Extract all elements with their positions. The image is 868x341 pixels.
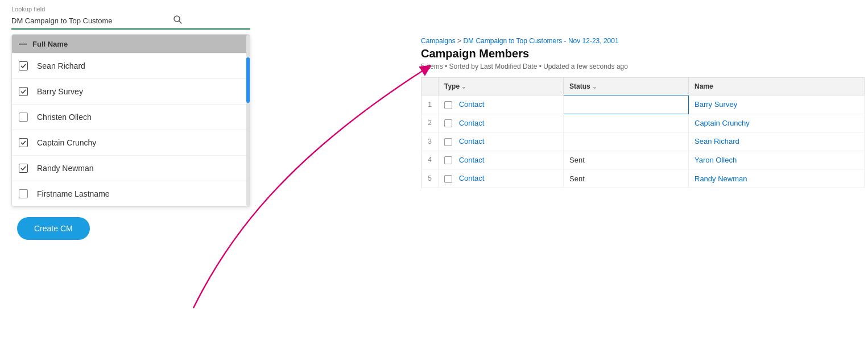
- list-item[interactable]: Firstname Lastname: [12, 181, 250, 206]
- item-name-sean: Sean Richard: [37, 61, 85, 70]
- checkbox-sean[interactable]: [19, 61, 28, 70]
- row-2-type: Contact: [439, 114, 564, 132]
- item-name-christen: Christen Ollech: [37, 113, 92, 122]
- row-2-status[interactable]: [564, 114, 689, 132]
- list-item[interactable]: Randy Newman: [12, 155, 250, 181]
- row-3-type-link[interactable]: Contact: [459, 137, 485, 145]
- row-num-5: 5: [421, 169, 439, 188]
- search-icon: [173, 15, 182, 24]
- breadcrumb-sep: >: [457, 37, 463, 45]
- item-name-randy: Randy Newman: [37, 164, 94, 173]
- th-select-all[interactable]: [421, 78, 439, 95]
- dropdown-list: ― Full Name Sean Richard Barry Survey Ch…: [11, 34, 250, 207]
- dropdown-header-label: Full Name: [32, 40, 68, 48]
- list-item[interactable]: Captain Crunchy: [12, 130, 250, 155]
- row-num-2: 2: [421, 114, 439, 132]
- panel-title: Campaign Members: [421, 47, 865, 60]
- row-4-checkbox[interactable]: [444, 156, 452, 164]
- row-2-checkbox[interactable]: [444, 119, 452, 127]
- row-3-name-link[interactable]: Sean Richard: [695, 137, 739, 145]
- list-item[interactable]: Christen Ollech: [12, 104, 250, 130]
- table-row: 2 Contact Captain Crunchy: [421, 114, 865, 132]
- table-row: 1 Contact Barry Survey: [421, 95, 865, 114]
- th-name: Name: [689, 78, 865, 95]
- panel-meta: 5 items • Sorted by Last Modified Date •…: [421, 63, 865, 70]
- checkbox-captain[interactable]: [19, 138, 28, 147]
- item-name-firstname: Firstname Lastname: [37, 189, 110, 198]
- row-1-name: Barry Survey: [689, 95, 865, 114]
- breadcrumb-campaigns-link[interactable]: Campaigns: [421, 37, 456, 45]
- lookup-input[interactable]: [11, 16, 171, 25]
- row-1-type-link[interactable]: Contact: [459, 100, 485, 109]
- row-4-type: Contact: [439, 151, 564, 169]
- table-row: 5 Contact Sent Randy Newman: [421, 169, 865, 188]
- status-sort-icon: ⌄: [592, 84, 597, 90]
- row-5-name-link[interactable]: Randy Newman: [695, 174, 747, 183]
- row-num-4: 4: [421, 151, 439, 169]
- type-sort-icon: ⌄: [461, 84, 466, 90]
- svg-line-1: [179, 21, 181, 23]
- checkbox-randy[interactable]: [19, 164, 28, 173]
- scrollbar-track: [246, 35, 250, 206]
- row-1-name-link[interactable]: Barry Survey: [695, 100, 737, 109]
- list-item[interactable]: Barry Survey: [12, 78, 250, 104]
- create-cm-button[interactable]: Create CM: [17, 217, 90, 240]
- row-1-checkbox[interactable]: [444, 101, 452, 109]
- row-num-1: 1: [421, 95, 439, 114]
- checkbox-barry[interactable]: [19, 87, 28, 96]
- left-panel: Lookup field ― Full Name Sean Richard Ba…: [11, 0, 250, 240]
- row-2-name: Captain Crunchy: [689, 114, 865, 132]
- dropdown-header: ― Full Name: [12, 35, 250, 53]
- right-panel: Campaigns > DM Campaign to Top Customers…: [421, 37, 865, 188]
- item-name-barry: Barry Survey: [37, 87, 83, 96]
- row-5-checkbox[interactable]: [444, 175, 452, 183]
- row-2-type-link[interactable]: Contact: [459, 119, 485, 127]
- item-name-captain: Captain Crunchy: [37, 138, 96, 147]
- row-5-status[interactable]: Sent: [564, 169, 689, 188]
- row-3-name: Sean Richard: [689, 132, 865, 151]
- breadcrumb: Campaigns > DM Campaign to Top Customers…: [421, 37, 865, 45]
- row-4-type-link[interactable]: Contact: [459, 156, 485, 164]
- row-3-checkbox[interactable]: [444, 138, 452, 146]
- lookup-input-row: [11, 14, 250, 30]
- breadcrumb-campaign-link[interactable]: DM Campaign to Top Customers - Nov 12-23…: [463, 37, 618, 45]
- row-3-status[interactable]: [564, 132, 689, 151]
- campaign-members-table: Type ⌄ Status ⌄ Name 1 Contact Barry Sur…: [421, 77, 865, 188]
- scrollbar-thumb[interactable]: [246, 57, 250, 103]
- row-5-name: Randy Newman: [689, 169, 865, 188]
- row-2-name-link[interactable]: Captain Crunchy: [695, 119, 750, 127]
- list-item[interactable]: Sean Richard: [12, 53, 250, 78]
- table-row: 4 Contact Sent Yaron Ollech: [421, 151, 865, 169]
- row-1-status[interactable]: [564, 95, 689, 114]
- checkbox-firstname[interactable]: [19, 189, 28, 198]
- row-4-status[interactable]: Sent: [564, 151, 689, 169]
- row-1-type: Contact: [439, 95, 564, 114]
- th-status[interactable]: Status ⌄: [564, 78, 689, 95]
- row-4-name: Yaron Ollech: [689, 151, 865, 169]
- row-4-name-link[interactable]: Yaron Ollech: [695, 156, 737, 164]
- row-3-type: Contact: [439, 132, 564, 151]
- search-button[interactable]: [171, 14, 184, 27]
- table-row: 3 Contact Sean Richard: [421, 132, 865, 151]
- th-type[interactable]: Type ⌄: [439, 78, 564, 95]
- row-5-type-link[interactable]: Contact: [459, 174, 485, 182]
- row-num-3: 3: [421, 132, 439, 151]
- lookup-label: Lookup field: [11, 6, 250, 13]
- checkbox-christen[interactable]: [19, 113, 28, 122]
- minus-icon: ―: [19, 39, 27, 48]
- row-5-type: Contact: [439, 169, 564, 188]
